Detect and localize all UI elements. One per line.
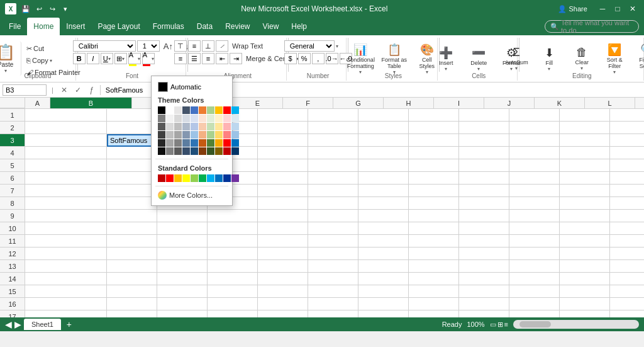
cell-J8[interactable] (509, 197, 560, 210)
comma-btn[interactable]: , (312, 53, 325, 64)
cell-H17[interactable] (409, 310, 459, 317)
cell-K14[interactable] (560, 273, 610, 285)
theme-swatch[interactable] (166, 115, 174, 122)
cell-L14[interactable] (610, 273, 644, 285)
cell-F16[interactable] (308, 298, 358, 310)
conditional-formatting-btn[interactable]: 📊 ConditionalFormatting ▾ (344, 42, 377, 76)
save-quick-btn[interactable]: 💾 (20, 3, 31, 14)
delete-btn[interactable]: ➖ Delete ▾ (463, 42, 494, 76)
normal-view-btn[interactable]: ▭ (490, 321, 496, 329)
percent-btn[interactable]: $ (284, 53, 297, 64)
row-header-10[interactable]: 10 (0, 222, 25, 235)
col-header-J[interactable]: J (484, 98, 535, 108)
theme-swatch[interactable] (199, 131, 206, 139)
cell-B8[interactable] (107, 197, 157, 210)
font-size-select[interactable]: 11 (137, 40, 160, 52)
paste-button[interactable]: 📋 Paste ▾ (0, 42, 21, 76)
minimize-btn[interactable]: ─ (596, 3, 609, 15)
cell-F9[interactable] (308, 210, 358, 222)
cell-H8[interactable] (409, 197, 459, 210)
bold-button[interactable]: B (73, 53, 86, 64)
cell-D15[interactable] (208, 285, 258, 298)
col-header-L[interactable]: L (585, 98, 635, 108)
standard-swatch[interactable] (191, 174, 198, 182)
theme-swatch[interactable] (215, 106, 223, 114)
cancel-formula-icon[interactable]: ✕ (58, 84, 70, 96)
percent-sign-btn[interactable]: % (298, 53, 311, 64)
cell-C14[interactable] (157, 273, 208, 285)
redo-quick-btn[interactable]: ↪ (47, 3, 58, 14)
cell-B16[interactable] (107, 298, 157, 310)
cell-F7[interactable] (308, 185, 358, 197)
theme-swatch[interactable] (215, 131, 223, 139)
cell-G7[interactable] (358, 185, 409, 197)
standard-swatch[interactable] (174, 174, 182, 182)
sheet1-tab[interactable]: Sheet1 (24, 319, 61, 330)
cell-H6[interactable] (409, 172, 459, 185)
row-header-15[interactable]: 15 (0, 285, 25, 298)
cell-E8[interactable] (258, 197, 308, 210)
cell-L4[interactable] (610, 147, 644, 159)
cell-F3[interactable] (308, 134, 358, 147)
cell-L8[interactable] (610, 197, 644, 210)
cell-G4[interactable] (358, 147, 409, 159)
theme-swatch[interactable] (166, 123, 174, 130)
theme-swatch[interactable] (158, 139, 165, 147)
cell-D13[interactable] (208, 260, 258, 273)
cell-I9[interactable] (459, 210, 509, 222)
cell-B17[interactable] (107, 310, 157, 317)
cell-G1[interactable] (358, 109, 409, 122)
theme-swatch[interactable] (182, 115, 190, 122)
cell-B4[interactable] (107, 147, 157, 159)
cell-A15[interactable] (25, 285, 107, 298)
cell-J16[interactable] (509, 298, 560, 310)
cell-K16[interactable] (560, 298, 610, 310)
cell-A13[interactable] (25, 260, 107, 273)
tab-insert[interactable]: Insert (60, 18, 91, 35)
theme-swatch[interactable] (191, 131, 198, 139)
cell-F1[interactable] (308, 109, 358, 122)
theme-swatch[interactable] (174, 106, 182, 114)
cell-A5[interactable] (25, 159, 107, 172)
user-share[interactable]: 👤 Share (558, 5, 587, 13)
cell-K1[interactable] (560, 109, 610, 122)
fill-color-button[interactable]: A ▾ (128, 53, 141, 64)
cell-L7[interactable] (610, 185, 644, 197)
cell-C15[interactable] (157, 285, 208, 298)
cell-I1[interactable] (459, 109, 509, 122)
cell-F11[interactable] (308, 235, 358, 247)
cell-K6[interactable] (560, 172, 610, 185)
row-header-8[interactable]: 8 (0, 197, 25, 210)
cell-G16[interactable] (358, 298, 409, 310)
theme-swatch[interactable] (166, 147, 174, 155)
cell-B13[interactable] (107, 260, 157, 273)
row-header-14[interactable]: 14 (0, 273, 25, 285)
underline-button[interactable]: U▾ (101, 53, 113, 64)
theme-swatch[interactable] (158, 131, 165, 139)
cell-K4[interactable] (560, 147, 610, 159)
cell-D9[interactable] (208, 210, 258, 222)
more-colors-row[interactable]: More Colors... (155, 189, 228, 202)
page-layout-btn[interactable]: ⊞ (497, 321, 503, 329)
cell-G3[interactable] (358, 134, 409, 147)
cell-I2[interactable] (459, 122, 509, 134)
tab-review[interactable]: Review (219, 18, 256, 35)
cell-A14[interactable] (25, 273, 107, 285)
cell-H10[interactable] (409, 222, 459, 235)
row-header-6[interactable]: 6 (0, 172, 25, 185)
decrease-indent-btn[interactable]: ⇤ (216, 53, 228, 64)
italic-button[interactable]: I (87, 53, 99, 64)
cell-I5[interactable] (459, 159, 509, 172)
cell-H5[interactable] (409, 159, 459, 172)
col-header-K[interactable]: K (535, 98, 585, 108)
cell-H12[interactable] (409, 247, 459, 260)
format-as-table-btn[interactable]: 📋 Format asTable ▾ (379, 42, 410, 76)
ribbon-search[interactable]: 🔍 Tell me what you want to do (545, 20, 639, 33)
number-format-select[interactable]: General (284, 40, 335, 52)
theme-swatch[interactable] (191, 139, 198, 147)
cell-C12[interactable] (157, 247, 208, 260)
automatic-color-row[interactable]: Automatic (155, 80, 228, 94)
theme-swatch[interactable] (223, 147, 231, 155)
cell-K9[interactable] (560, 210, 610, 222)
cell-H16[interactable] (409, 298, 459, 310)
